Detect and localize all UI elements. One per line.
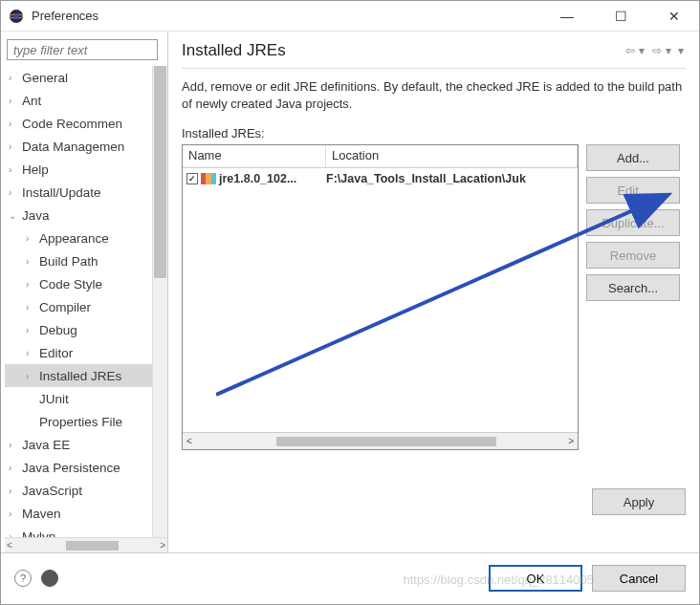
tree-item-label: Install/Update [22,185,101,200]
close-button[interactable]: ✕ [657,9,691,24]
nav-history[interactable]: ⇦▾ ⇨▾ ▾ [623,44,686,57]
twisty-icon[interactable]: › [9,119,22,129]
tree-item[interactable]: ›Maven [5,502,167,525]
tree-item[interactable]: ›JavaScript [5,479,167,502]
svg-point-2 [13,13,19,19]
edit-button[interactable]: Edit... [586,177,680,204]
twisty-icon[interactable]: › [9,463,22,473]
tree-item[interactable]: ⌄Java [5,204,167,227]
tree-item[interactable]: ›Debug [5,318,167,341]
tree-item[interactable]: ›Build Path [5,249,167,272]
table-hscrollbar[interactable]: <> [183,432,578,449]
row-checkbox[interactable]: ✓ [186,173,198,184]
cancel-button[interactable]: Cancel [592,565,686,592]
tree-item[interactable]: ›Mylyn [5,525,167,537]
content-area: Installed JREs ⇦▾ ⇨▾ ▾ Add, remove or ed… [168,32,699,552]
tree-vscrollbar[interactable] [152,66,167,537]
tree-item[interactable]: ›General [5,66,167,89]
add-button[interactable]: Add... [586,144,680,171]
tree-item-label: Data Managemen [22,140,124,154]
tree-item-label: Java EE [22,438,70,452]
search-button[interactable]: Search... [586,274,680,301]
tree-item-label: Mylyn [22,529,55,538]
row-name: jre1.8.0_102... [219,172,296,185]
tree-item-label: Help [22,162,49,177]
tree-item-label: Java Persistence [22,461,120,475]
preferences-sidebar: ›General›Ant›Code Recommen›Data Manageme… [1,32,168,552]
tree-item-label: Debug [39,323,77,337]
tree-item-label: Build Path [39,254,98,269]
twisty-icon[interactable]: › [26,325,39,335]
tree-item-label: Ant [22,94,41,108]
twisty-icon[interactable]: › [9,141,22,152]
tree-hscrollbar[interactable]: <> [5,537,167,552]
jre-table[interactable]: Name Location ✓jre1.8.0_102...F:\Java_To… [182,144,579,450]
twisty-icon[interactable]: › [9,164,22,175]
twisty-icon[interactable]: ⌄ [9,210,22,221]
tree-item-label: Maven [22,507,61,521]
table-label: Installed JREs: [182,126,686,140]
preferences-tree[interactable]: ›General›Ant›Code Recommen›Data Manageme… [5,66,167,537]
twisty-icon[interactable]: › [26,348,39,358]
tree-item[interactable]: ›Code Style [5,272,167,295]
tree-item-label: Editor [39,346,73,360]
row-location: F:\Java_Tools_Install_Lacation\Juk [326,172,574,185]
maximize-button[interactable]: ☐ [603,9,638,24]
apply-button[interactable]: Apply [592,488,686,515]
tree-item-label: General [22,71,68,85]
record-icon[interactable] [41,570,58,587]
tree-item[interactable]: ›Java EE [5,433,167,456]
twisty-icon[interactable]: › [9,508,22,519]
tree-item-label: Properties File [39,415,122,429]
duplicate-button[interactable]: Duplicate... [586,209,680,236]
twisty-icon[interactable]: › [26,256,39,267]
tree-item[interactable]: Properties File [5,410,167,433]
twisty-icon[interactable]: › [26,371,39,381]
twisty-icon[interactable]: › [9,187,22,198]
twisty-icon[interactable]: › [9,96,22,106]
remove-button[interactable]: Remove [586,242,680,269]
forward-icon[interactable]: ⇨ [652,44,662,57]
tree-item-label: Java [22,208,50,223]
twisty-icon[interactable]: › [26,279,39,290]
titlebar: Preferences — ☐ ✕ [1,1,699,32]
twisty-icon[interactable]: › [9,531,22,538]
col-name[interactable]: Name [183,145,326,167]
table-row[interactable]: ✓jre1.8.0_102...F:\Java_Tools_Install_La… [183,168,578,189]
twisty-icon[interactable]: › [26,233,39,244]
tree-item-label: JavaScript [22,484,82,498]
dialog-footer: ? OK Cancel [1,553,699,603]
eclipse-icon [9,9,24,24]
tree-item[interactable]: ›Editor [5,341,167,364]
tree-item[interactable]: ›Code Recommen [5,112,167,135]
tree-item[interactable]: JUnit [5,387,167,410]
tree-item-label: Compiler [39,300,91,314]
jre-icon [201,173,216,184]
tree-item[interactable]: ›Help [5,158,167,181]
twisty-icon[interactable]: › [9,440,22,450]
back-icon[interactable]: ⇦ [625,44,635,57]
tree-item[interactable]: ›Ant [5,89,167,112]
twisty-icon[interactable]: › [26,302,39,313]
tree-item[interactable]: ›Compiler [5,295,167,318]
tree-item-label: Code Style [39,277,102,292]
tree-item[interactable]: ›Data Managemen [5,135,167,158]
tree-item-label: Code Recommen [22,117,122,131]
tree-item[interactable]: ›Appearance [5,227,167,249]
tree-item-label: Appearance [39,231,109,246]
twisty-icon[interactable]: › [9,73,22,83]
minimize-button[interactable]: — [550,9,584,24]
watermark: https://blog.csdn.net/qq_28114005 [404,573,595,587]
twisty-icon[interactable]: › [9,486,22,496]
help-icon[interactable]: ? [14,570,32,587]
tree-item[interactable]: ›Installed JREs [5,364,167,387]
page-heading: Installed JREs [182,41,286,60]
col-location[interactable]: Location [326,145,578,167]
tree-item[interactable]: ›Java Persistence [5,456,167,479]
tree-item-label: JUnit [39,392,69,406]
window-title: Preferences [32,9,550,23]
filter-input[interactable] [7,39,158,60]
tree-item[interactable]: ›Install/Update [5,181,167,204]
page-description: Add, remove or edit JRE definitions. By … [182,78,686,113]
tree-item-label: Installed JREs [39,369,121,383]
